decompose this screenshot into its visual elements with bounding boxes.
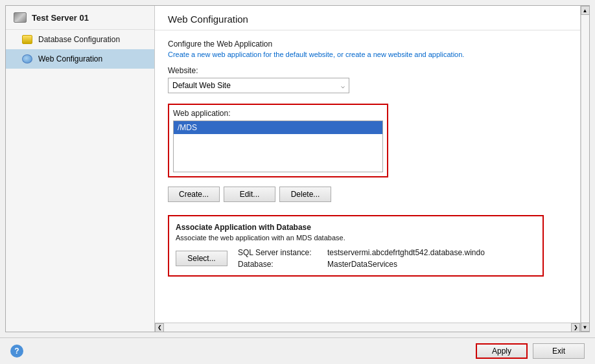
vertical-scrollbar[interactable]: ▲ ▼: [580, 6, 589, 332]
scroll-down-btn[interactable]: ▼: [581, 323, 590, 332]
web-app-button-row: Create... Edit... Delete...: [168, 187, 567, 202]
web-application-box: Web application: /MDS: [168, 104, 388, 177]
assoc-row: Select... SQL Server instance: testserve…: [176, 248, 536, 269]
edit-button[interactable]: Edit...: [224, 187, 275, 202]
assoc-box: Associate Application with Database Asso…: [168, 215, 544, 277]
chevron-down-icon: ⌵: [341, 82, 345, 89]
help-button[interactable]: ?: [10, 345, 23, 358]
web-application-item-mds-label: /MDS: [178, 123, 197, 132]
web-application-item-mds[interactable]: /MDS: [174, 121, 382, 134]
configure-section-subtitle: Create a new web application for the def…: [168, 51, 567, 58]
database-label: Database:: [238, 260, 322, 269]
horizontal-scrollbar[interactable]: ❮ ❯: [155, 323, 580, 332]
apply-button[interactable]: Apply: [476, 343, 528, 359]
assoc-box-title: Associate Application with Database: [176, 223, 536, 232]
content-scroll[interactable]: Web Configuration Configure the Web Appl…: [155, 6, 580, 323]
exit-button[interactable]: Exit: [533, 343, 585, 359]
db-icon: [21, 34, 33, 45]
scroll-up-btn[interactable]: ▲: [581, 6, 590, 15]
assoc-box-subtitle: Associate the web application with an MD…: [176, 234, 536, 242]
page-title: Web Configuration: [168, 14, 567, 25]
website-dropdown-value: Default Web Site: [172, 81, 231, 90]
configure-section-title: Configure the Web Application: [168, 40, 567, 49]
server-label: Test Server 01: [32, 13, 89, 23]
server-header: Test Server 01: [6, 6, 154, 30]
create-button[interactable]: Create...: [168, 187, 220, 202]
website-label: Website:: [168, 66, 567, 75]
sql-server-row: SQL Server instance: testservermi.abcdef…: [238, 248, 485, 257]
sidebar-item-label-db: Database Configuration: [38, 35, 120, 44]
sql-server-value: testservermi.abcdefrtghdt542.database.wi…: [327, 248, 485, 257]
website-dropdown[interactable]: Default Web Site ⌵: [168, 78, 349, 93]
help-label: ?: [14, 347, 19, 356]
hscroll-track[interactable]: [164, 323, 571, 332]
scroll-right-btn[interactable]: ❯: [571, 323, 580, 332]
sql-server-label: SQL Server instance:: [238, 248, 322, 257]
sidebar-item-db-config[interactable]: Database Configuration: [6, 30, 154, 49]
sidebar: Test Server 01 Database Configuration We…: [6, 6, 155, 332]
content-area: Web Configuration Configure the Web Appl…: [155, 6, 580, 332]
web-icon: [21, 54, 33, 64]
select-button[interactable]: Select...: [176, 251, 228, 266]
delete-button[interactable]: Delete...: [279, 187, 331, 202]
content-body: Configure the Web Application Create a n…: [155, 30, 580, 290]
sidebar-item-label-web: Web Configuration: [38, 54, 102, 63]
bottom-bar: ? Apply Exit: [0, 337, 595, 364]
database-row: Database: MasterDataServices: [238, 260, 485, 269]
server-icon: [14, 12, 27, 23]
content-header: Web Configuration: [155, 6, 580, 30]
web-application-listbox[interactable]: /MDS: [173, 120, 383, 172]
scroll-track[interactable]: [581, 15, 590, 323]
web-application-label: Web application:: [173, 109, 383, 118]
database-value: MasterDataServices: [327, 260, 397, 269]
assoc-details: SQL Server instance: testservermi.abcdef…: [238, 248, 485, 269]
scroll-left-btn[interactable]: ❮: [155, 323, 164, 332]
sidebar-item-web-config[interactable]: Web Configuration: [6, 49, 154, 69]
